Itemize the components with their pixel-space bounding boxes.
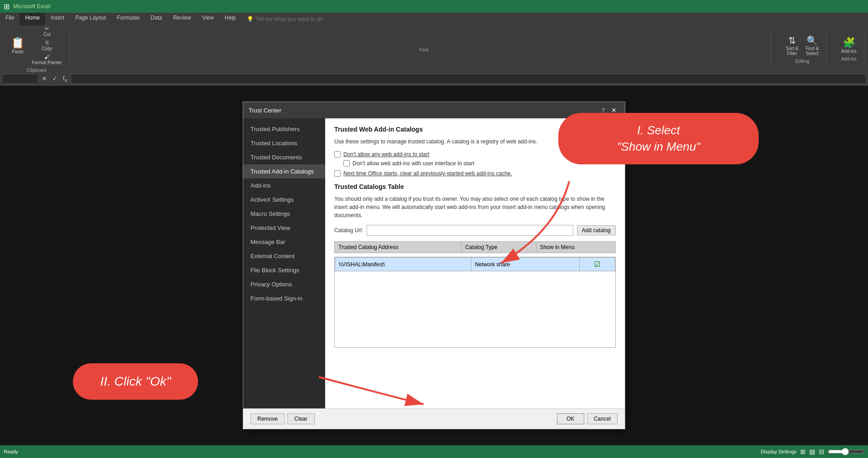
- copy-label: Copy: [41, 46, 52, 51]
- cut-label: Cut: [43, 32, 51, 37]
- paste-button[interactable]: 📋 Paste: [9, 36, 26, 55]
- checkbox-no-web-addins[interactable]: [334, 151, 341, 158]
- ok-button[interactable]: OK: [557, 413, 584, 424]
- ribbon-group-addins: 🧩 Add-ins Add-ins: [834, 29, 864, 69]
- tab-insert[interactable]: Insert: [45, 13, 70, 25]
- checkbox-no-web-addins-label: Don't allow any web add-ins to start: [343, 151, 429, 158]
- cut-button[interactable]: ✂ Cut: [30, 25, 64, 38]
- confirm-formula-btn[interactable]: ✓: [51, 75, 59, 82]
- col-show-in-menu: Show in Menu: [536, 242, 615, 253]
- catalog-table-area: \\VISHAL\Manifest\ Network share ☑: [334, 257, 616, 348]
- col-catalog-type: Catalog Type: [461, 242, 536, 253]
- nav-protected-view[interactable]: Protected View: [243, 221, 325, 235]
- bubble1-text: I. Select"Show in Menu": [617, 123, 700, 153]
- nav-trusted-locations[interactable]: Trusted Locations: [243, 136, 325, 150]
- content-area: I. Select"Show in Menu" II. Click "Ok": [0, 86, 868, 445]
- addins-group-label: Add-ins: [841, 56, 857, 61]
- catalog-table-rows: \\VISHAL\Manifest\ Network share ☑: [335, 257, 615, 271]
- table-row[interactable]: \\VISHAL\Manifest\ Network share ☑: [335, 258, 615, 271]
- tab-file[interactable]: File: [0, 13, 20, 25]
- footer-right-buttons: OK Cancel: [557, 413, 618, 424]
- catalog-url-input[interactable]: [367, 225, 573, 236]
- remove-button[interactable]: Remove: [250, 413, 285, 424]
- dialog-footer: Remove Clear OK Cancel: [243, 408, 625, 429]
- nav-file-block-settings[interactable]: File Block Settings: [243, 263, 325, 277]
- cell-catalog-type: Network share: [471, 258, 579, 271]
- tab-review[interactable]: Review: [168, 13, 196, 25]
- copy-button[interactable]: ⎘ Copy: [30, 39, 64, 52]
- nav-addins[interactable]: Add-ins: [243, 178, 325, 193]
- cancel-button[interactable]: Cancel: [587, 413, 618, 424]
- zoom-slider[interactable]: [828, 448, 864, 455]
- catalog-url-label: Catalog Url:: [334, 227, 363, 234]
- addins-button[interactable]: 🧩 Add-ins: [839, 36, 858, 55]
- paste-icon: 📋: [11, 36, 25, 49]
- checkbox-no-web-addins-ui[interactable]: [343, 160, 350, 167]
- format-painter-button[interactable]: 🖌 Format Painter: [30, 53, 64, 66]
- bubble2-text: II. Click "Ok": [100, 374, 171, 388]
- excel-app-icon: ⊞: [4, 2, 10, 11]
- table-description: You should only add a catalog if you tru…: [334, 195, 616, 219]
- nav-external-content[interactable]: External Content: [243, 249, 325, 263]
- nav-message-bar[interactable]: Message Bar: [243, 235, 325, 249]
- find-select-button[interactable]: 🔍 Find &Select: [804, 34, 821, 57]
- normal-view-btn[interactable]: ⊞: [800, 448, 806, 455]
- annotation-bubble-2: II. Click "Ok": [73, 363, 198, 400]
- add-catalog-button[interactable]: Add catalog: [577, 225, 616, 235]
- excel-title: Microsoft Excel: [13, 3, 50, 10]
- sort-icon: ⇅: [788, 35, 796, 46]
- formula-bar: ✕ ✓ fx: [0, 72, 868, 86]
- tab-home[interactable]: Home: [20, 13, 45, 25]
- nav-trusted-publishers[interactable]: Trusted Publishers: [243, 122, 325, 136]
- tab-page-layout[interactable]: Page Layout: [70, 13, 111, 25]
- ribbon-group-font: Font: [77, 29, 771, 69]
- page-layout-btn[interactable]: ▤: [809, 448, 815, 455]
- status-bar: Ready Display Settings ⊞ ▤ ⊟: [0, 445, 868, 458]
- tab-view[interactable]: View: [197, 13, 220, 25]
- nav-activex-settings[interactable]: ActiveX Settings: [243, 193, 325, 207]
- tab-help[interactable]: Help: [219, 13, 241, 25]
- cell-reference-box[interactable]: [2, 74, 38, 84]
- tab-data[interactable]: Data: [145, 13, 168, 25]
- nav-privacy-options[interactable]: Privacy Options: [243, 277, 325, 291]
- insert-function-btn[interactable]: fx: [61, 75, 69, 83]
- ribbon-group-clipboard: 📋 Paste ✂ Cut ⎘ Copy 🖌 Format Painter: [4, 29, 70, 69]
- checkbox-clear-cache-label: Next time Office starts, clear all previ…: [343, 170, 512, 177]
- checkbox-clear-cache-row: Next time Office starts, clear all previ…: [334, 170, 616, 177]
- formula-input[interactable]: [71, 74, 866, 84]
- status-ready: Ready: [4, 449, 18, 454]
- find-icon: 🔍: [807, 35, 818, 46]
- nav-trusted-documents[interactable]: Trusted Documents: [243, 150, 325, 164]
- clipboard-label: Clipboard: [27, 68, 46, 73]
- catalog-url-row: Catalog Url: Add catalog: [334, 225, 616, 236]
- addins-icon: 🧩: [843, 37, 855, 49]
- page-break-btn[interactable]: ⊟: [819, 448, 824, 455]
- tell-me-input[interactable]: [255, 16, 347, 22]
- nav-macro-settings[interactable]: Macro Settings: [243, 207, 325, 221]
- catalog-table: Trusted Catalog Address Catalog Type Sho…: [334, 241, 616, 253]
- table-section-title: Trusted Catalogs Table: [334, 183, 616, 190]
- copy-icon: ⎘: [46, 40, 49, 46]
- checkbox-no-web-addins-ui-label: Don't allow web add-ins with user interf…: [352, 160, 474, 167]
- col-trusted-catalog-address: Trusted Catalog Address: [335, 242, 462, 253]
- status-bar-right: Display Settings ⊞ ▤ ⊟: [761, 448, 864, 455]
- addins-label: Add-ins: [841, 49, 857, 54]
- annotation-bubble-1: I. Select"Show in Menu": [558, 113, 759, 164]
- sort-filter-button[interactable]: ⇅ Sort &Filter: [784, 34, 800, 57]
- checkbox-clear-cache[interactable]: [334, 170, 341, 177]
- cell-catalog-address: \\VISHAL\Manifest\: [335, 258, 471, 271]
- nav-form-based-signin[interactable]: Form-based Sign-in: [243, 291, 325, 305]
- ribbon-group-editing: ⇅ Sort &Filter 🔍 Find &Select Editing: [778, 29, 827, 69]
- ribbon-tabs: File Home Insert Page Layout Formulas Da…: [0, 13, 868, 25]
- modal-overlay: I. Select"Show in Menu" II. Click "Ok": [0, 86, 868, 445]
- cancel-formula-btn[interactable]: ✕: [40, 75, 49, 82]
- footer-left-buttons: Remove Clear: [250, 413, 315, 424]
- show-in-menu-checkmark: ☑: [594, 260, 600, 268]
- clear-button[interactable]: Clear: [287, 413, 315, 424]
- ribbon-content: 📋 Paste ✂ Cut ⎘ Copy 🖌 Format Painter: [0, 25, 868, 72]
- cell-show-in-menu[interactable]: ☑: [579, 258, 615, 271]
- nav-trusted-addin-catalogs[interactable]: Trusted Add-in Catalogs: [243, 164, 325, 178]
- display-settings[interactable]: Display Settings: [761, 449, 797, 454]
- format-painter-label: Format Painter: [32, 60, 62, 65]
- tab-formulas[interactable]: Formulas: [112, 13, 145, 25]
